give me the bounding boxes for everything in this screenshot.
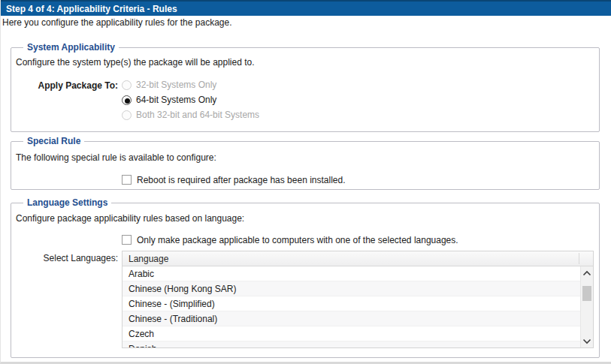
apply-package-to-label: Apply Package To:: [11, 80, 118, 91]
language-column-header-label: Language: [129, 254, 168, 264]
language-rows: Arabic Chinese (Hong Kong SAR) Chinese -…: [123, 266, 580, 347]
language-row-label: Chinese (Hong Kong SAR): [129, 284, 236, 294]
language-settings-description: Configure package applicability rules ba…: [16, 213, 244, 224]
radio-option-64bit[interactable]: 64-bit Systems Only: [122, 94, 216, 106]
language-settings-legend: Language Settings: [23, 197, 111, 208]
scroll-up-icon[interactable]: [581, 267, 593, 278]
special-rule-group: Special Rule The following special rule …: [11, 141, 600, 190]
system-applicability-legend: System Applicability: [23, 42, 119, 53]
radio-option-32bit: 32-bit Systems Only: [122, 79, 216, 91]
scrollbar-thumb[interactable]: [582, 286, 591, 301]
system-applicability-description: Configure the system type(s) the package…: [16, 57, 255, 68]
system-applicability-group: System Applicability Configure the syste…: [11, 47, 600, 132]
language-filter-label[interactable]: Only make package applicable to computer…: [137, 235, 458, 245]
radio-option-both: Both 32-bit and 64-bit Systems: [122, 109, 259, 121]
special-rule-description: The following special rule is available …: [16, 152, 216, 163]
language-row-chinese-traditional[interactable]: Chinese - (Traditional): [123, 311, 580, 326]
reboot-required-checkbox-row[interactable]: Reboot is required after package has bee…: [122, 174, 346, 185]
language-filter-checkbox-row[interactable]: Only make package applicable to computer…: [122, 234, 458, 245]
language-row-danish[interactable]: Danish: [123, 341, 580, 347]
language-row-chinese-hk[interactable]: Chinese (Hong Kong SAR): [123, 281, 580, 296]
step-title: Step 4 of 4: Applicability Criteria - Ru…: [1, 4, 177, 14]
language-row-label: Danish: [129, 344, 156, 348]
language-row-label: Chinese - (Traditional): [129, 314, 217, 324]
language-row-chinese-simplified[interactable]: Chinese - (Simplified): [123, 296, 580, 311]
radio-both-icon: [122, 110, 132, 120]
reboot-required-label[interactable]: Reboot is required after package has bee…: [137, 175, 346, 185]
step-title-bar: Step 4 of 4: Applicability Criteria - Ru…: [1, 0, 611, 16]
radio-32bit-label: 32-bit Systems Only: [136, 80, 216, 90]
radio-both-label: Both 32-bit and 64-bit Systems: [136, 110, 259, 120]
radio-32bit-icon: [122, 80, 132, 90]
language-settings-group: Language Settings Configure package appl…: [11, 203, 600, 358]
radio-64bit-icon[interactable]: [122, 95, 132, 105]
step-subtitle: Here you configure the applicability rul…: [2, 17, 232, 28]
language-row-label: Arabic: [129, 269, 154, 279]
special-rule-legend: Special Rule: [23, 136, 84, 146]
header-divider: [579, 253, 579, 264]
language-row-czech[interactable]: Czech: [123, 326, 580, 341]
reboot-required-checkbox[interactable]: [122, 175, 132, 185]
list-scrollbar[interactable]: [580, 266, 593, 347]
scroll-down-icon[interactable]: [581, 335, 593, 347]
radio-64bit-label[interactable]: 64-bit Systems Only: [136, 95, 216, 105]
wizard-step-panel: Step 4 of 4: Applicability Criteria - Ru…: [0, 0, 611, 364]
select-languages-label: Select Languages:: [11, 253, 118, 263]
language-column-header[interactable]: Language: [123, 251, 593, 266]
language-list[interactable]: Language Arabic Chinese (Hong Kong SAR) …: [122, 251, 594, 348]
language-row-label: Czech: [129, 329, 154, 339]
language-row-arabic[interactable]: Arabic: [123, 266, 580, 281]
language-filter-checkbox[interactable]: [122, 235, 132, 245]
language-row-label: Chinese - (Simplified): [129, 299, 215, 309]
